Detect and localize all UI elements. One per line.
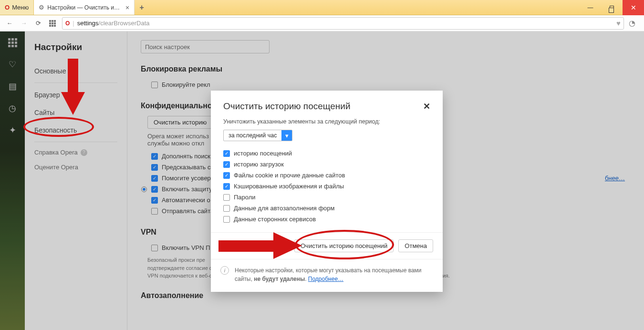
- time-range-select[interactable]: за последний час ▾: [223, 130, 292, 141]
- new-tab-button[interactable]: +: [135, 0, 149, 15]
- window-minimize-button[interactable]: —: [580, 0, 601, 15]
- gear-icon: ⚙: [39, 4, 44, 11]
- dialog-cancel-button[interactable]: Отмена: [398, 239, 433, 252]
- window-close-button[interactable]: ✕: [623, 0, 644, 15]
- opt-history[interactable]: ✓историю посещений: [223, 148, 430, 159]
- tab-title: Настройки — Очистить и…: [47, 4, 120, 11]
- opt-autofill[interactable]: Данные для автозаполнения форм: [223, 203, 430, 214]
- opera-badge-icon: O: [65, 20, 70, 27]
- menu-label: Меню: [12, 4, 29, 11]
- clear-history-dialog: Очистить историю посещений ✕ Уничтожить …: [211, 91, 443, 292]
- tab-close-button[interactable]: ×: [125, 4, 129, 11]
- window-controls: — ✕: [580, 0, 644, 15]
- nav-reload-button[interactable]: ⟳: [33, 19, 43, 28]
- dialog-title: Очистить историю посещений: [223, 101, 351, 112]
- dialog-clear-button[interactable]: Очистить историю посещений: [294, 239, 394, 252]
- address-bar[interactable]: O | settings/clearBrowserData ♥: [62, 17, 624, 30]
- browser-tab[interactable]: ⚙ Настройки — Очистить и… ×: [34, 0, 135, 15]
- info-icon: i: [220, 266, 229, 275]
- window-titlebar: O Меню ⚙ Настройки — Очистить и… × + — ✕: [0, 0, 644, 15]
- opera-logo-icon: O: [5, 4, 10, 11]
- history-clock-icon[interactable]: ◔: [629, 19, 639, 28]
- app-menu-button[interactable]: O Меню: [0, 0, 34, 15]
- window-restore-button[interactable]: [601, 0, 623, 15]
- opt-thirdparty[interactable]: Данные сторонних сервисов: [223, 214, 430, 225]
- nav-toolbar: ← → ⟳ O | settings/clearBrowserData ♥ ◔: [0, 15, 644, 31]
- chevron-down-icon: ▾: [281, 130, 292, 141]
- nav-back-button[interactable]: ←: [5, 19, 14, 28]
- opt-cache[interactable]: ✓Кэшированные изображения и файлы: [223, 181, 430, 192]
- speed-dial-icon[interactable]: [48, 19, 57, 28]
- dialog-learn-more-link[interactable]: Подробнее…: [308, 276, 343, 282]
- dialog-subtitle: Уничтожить указанные элементы за следующ…: [223, 118, 430, 125]
- address-text: settings/clearBrowserData: [77, 20, 150, 27]
- opt-passwords[interactable]: Пароли: [223, 192, 430, 203]
- dialog-close-button[interactable]: ✕: [423, 101, 430, 112]
- nav-forward-button[interactable]: →: [19, 19, 29, 28]
- dialog-note: Некоторые настройки, которые могут указы…: [235, 266, 433, 283]
- bookmark-heart-icon[interactable]: ♥: [616, 19, 621, 27]
- opt-downloads[interactable]: ✓историю загрузок: [223, 159, 430, 170]
- opt-cookies[interactable]: ✓Файлы cookie и прочие данные сайтов: [223, 170, 430, 181]
